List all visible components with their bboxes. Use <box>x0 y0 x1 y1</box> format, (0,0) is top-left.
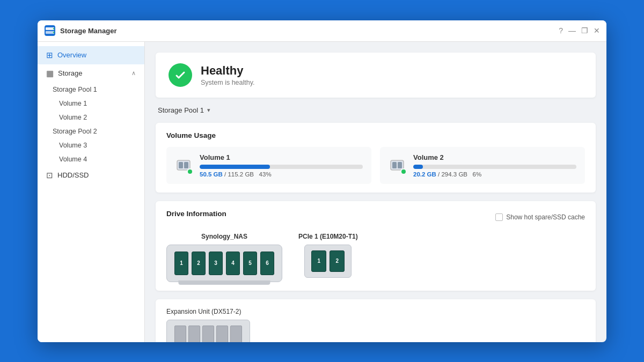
sidebar-item-volume3[interactable]: Volume 3 <box>38 138 144 152</box>
volume2-stats: 20.2 GB / 294.3 GB 6% <box>413 171 576 178</box>
svg-rect-9 <box>392 162 397 168</box>
storage-chevron-icon: ∧ <box>131 70 136 77</box>
volume2-icon-container <box>389 157 406 174</box>
nas-slot-1: 1 <box>174 252 188 275</box>
drive-panel-header: Drive Information Show hot spare/SSD cac… <box>166 210 585 225</box>
nas-slot-2: 2 <box>192 252 206 275</box>
sidebar-hdd-ssd-label: HDD/SSD <box>57 171 89 179</box>
hot-spare-checkbox-box[interactable] <box>495 213 503 221</box>
sidebar-item-hdd-ssd[interactable]: ⊡ HDD/SSD <box>38 166 144 184</box>
pool-selector[interactable]: Storage Pool 1 ▾ <box>158 106 596 114</box>
sidebar-item-pool1[interactable]: Storage Pool 1 <box>38 83 144 97</box>
volume1-icon-container <box>175 157 192 174</box>
volume1-bar-container <box>200 165 363 169</box>
volume1-bar <box>200 165 270 169</box>
pcie-slot-1: 1 <box>311 250 326 272</box>
storage-icon: ▦ <box>46 69 54 78</box>
drive-information-panel: Drive Information Show hot spare/SSD cac… <box>156 201 596 291</box>
nas-slot-5: 5 <box>243 252 257 275</box>
health-status: Healthy <box>201 64 255 78</box>
window-controls[interactable]: ? — ❐ ✕ <box>559 26 600 35</box>
expansion-label: Expansion Unit (DX517-2) <box>166 308 585 315</box>
volume1-name: Volume 1 <box>200 153 363 161</box>
expansion-slot-2 <box>188 326 200 342</box>
volume1-info: Volume 1 50.5 GB / 115.2 GB 43% <box>200 153 363 178</box>
synology-nas-label: Synology_NAS <box>201 233 247 240</box>
volume2-bar-container <box>413 165 576 169</box>
svg-rect-6 <box>179 162 183 168</box>
svg-rect-10 <box>398 162 402 168</box>
volume1-used: 50.5 GB <box>200 171 223 178</box>
health-text: Healthy System is healthy. <box>201 64 255 86</box>
content-area: Healthy System is healthy. Storage Pool … <box>145 42 606 342</box>
minimize-button[interactable]: — <box>568 26 576 35</box>
health-card: Healthy System is healthy. <box>156 53 596 98</box>
expansion-slot-4 <box>216 326 228 342</box>
sidebar-volume3-label: Volume 3 <box>59 142 87 149</box>
volume-usage-panel: Volume Usage <box>156 123 596 193</box>
volume-item-1: Volume 1 50.5 GB / 115.2 GB 43% <box>166 147 371 184</box>
volume2-used: 20.2 GB <box>413 171 436 178</box>
nas-slot-3: 3 <box>209 252 223 275</box>
sidebar-volume4-label: Volume 4 <box>59 156 87 163</box>
nas-slot-6: 6 <box>260 252 274 275</box>
svg-point-3 <box>53 28 54 29</box>
hot-spare-toggle[interactable]: Show hot spare/SSD cache <box>495 213 585 221</box>
volume1-status-dot <box>187 168 193 175</box>
pool-selector-chevron-icon: ▾ <box>207 107 210 114</box>
expansion-slot-3 <box>202 326 214 342</box>
nas-slot-4: 4 <box>226 252 240 275</box>
expansion-slot-1 <box>174 326 186 342</box>
main-layout: ⊞ Overview ▦ Storage ∧ Storage Pool 1 Vo… <box>38 42 606 342</box>
app-icon <box>44 25 56 36</box>
volume-usage-title: Volume Usage <box>166 131 585 139</box>
app-window: Storage Manager ? — ❐ ✕ ⊞ Overview ▦ Sto… <box>38 20 606 342</box>
volume2-bar <box>413 165 423 169</box>
svg-point-4 <box>53 32 54 33</box>
sidebar-pool1-label: Storage Pool 1 <box>53 86 97 93</box>
pcie-slot-2: 2 <box>330 250 345 272</box>
nas-enclosure: 1 2 3 4 5 6 <box>166 245 282 282</box>
drive-information-title: Drive Information <box>166 210 226 218</box>
sidebar-item-pool2[interactable]: Storage Pool 2 <box>38 124 144 138</box>
svg-rect-0 <box>45 25 55 36</box>
expansion-enclosure <box>166 320 250 342</box>
pcie-label: PCIe 1 (E10M20-T1) <box>298 233 358 240</box>
svg-rect-1 <box>46 27 54 30</box>
sidebar-group-storage[interactable]: ▦ Storage ∧ <box>38 64 144 83</box>
titlebar: Storage Manager ? — ❐ ✕ <box>38 20 606 42</box>
sidebar-item-volume2[interactable]: Volume 2 <box>38 110 144 124</box>
health-icon-circle <box>169 63 192 87</box>
drive-units: Synology_NAS 1 2 3 4 5 6 PCIe 1 (E10M20-… <box>166 233 585 282</box>
volume2-info: Volume 2 20.2 GB / 294.3 GB 6% <box>413 153 576 178</box>
sidebar: ⊞ Overview ▦ Storage ∧ Storage Pool 1 Vo… <box>38 42 145 342</box>
volume2-name: Volume 2 <box>413 153 576 161</box>
help-button[interactable]: ? <box>559 26 563 35</box>
pcie-unit: PCIe 1 (E10M20-T1) 1 2 <box>298 233 358 282</box>
sidebar-storage-label: Storage <box>58 69 83 77</box>
sidebar-volume2-label: Volume 2 <box>59 114 87 121</box>
volume-item-2: Volume 2 20.2 GB / 294.3 GB 6% <box>380 147 585 184</box>
volume2-divider: / 294.3 GB 6% <box>438 171 481 178</box>
close-button[interactable]: ✕ <box>594 26 600 35</box>
volume1-divider: / 115.2 GB 43% <box>224 171 272 178</box>
volume2-status-dot <box>400 168 407 175</box>
pool-selector-label: Storage Pool 1 <box>158 106 204 114</box>
expansion-slot-5 <box>230 326 242 342</box>
hdd-icon: ⊡ <box>46 171 53 180</box>
sidebar-volume1-label: Volume 1 <box>59 100 87 107</box>
sidebar-pool2-label: Storage Pool 2 <box>53 128 97 135</box>
svg-rect-7 <box>184 162 188 168</box>
overview-icon: ⊞ <box>46 50 53 60</box>
volume1-stats: 50.5 GB / 115.2 GB 43% <box>200 171 363 178</box>
expansion-panel: Expansion Unit (DX517-2) <box>156 299 596 342</box>
sidebar-item-overview[interactable]: ⊞ Overview <box>38 46 144 64</box>
maximize-button[interactable]: ❐ <box>581 26 588 35</box>
sidebar-overview-label: Overview <box>57 51 86 59</box>
svg-rect-2 <box>46 31 54 34</box>
synology-nas-unit: Synology_NAS 1 2 3 4 5 6 <box>166 233 282 282</box>
sidebar-item-volume1[interactable]: Volume 1 <box>38 97 144 110</box>
health-description: System is healthy. <box>201 79 255 86</box>
sidebar-item-volume4[interactable]: Volume 4 <box>38 152 144 166</box>
hot-spare-label: Show hot spare/SSD cache <box>506 213 585 221</box>
